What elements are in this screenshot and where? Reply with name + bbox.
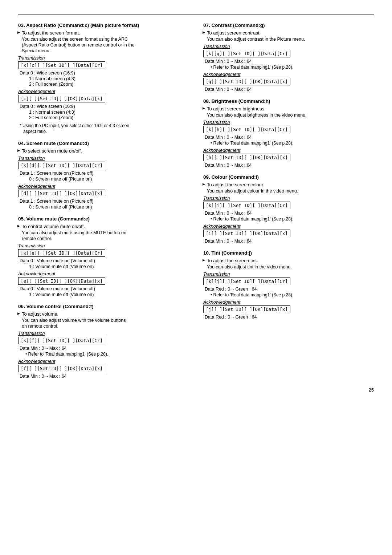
section-10-arrow: To adjust the screen tint. (203, 258, 374, 263)
section-07: 07. Contrast (Command:g) To adjust scree… (203, 23, 374, 92)
section-03-ack-data3: 2 : Full screen (Zoom) (29, 115, 189, 120)
section-08-ack-code: [h][ ][Set ID][ ][OK][Data][x] (203, 154, 290, 161)
section-04-ack-label: Acknowledgement (18, 184, 189, 189)
section-03-arrow: To adjust the screen format. (18, 30, 189, 36)
section-10-transmission-label: Transmission (203, 272, 374, 277)
two-column-layout: 03. Aspect Ratio (Command:c) (Main pictu… (18, 23, 374, 385)
section-06: 06. Volume control (Command:f) To adjust… (18, 304, 189, 379)
section-03-sub3: Special menu. (18, 48, 189, 53)
section-07-transmission-code: [k][g][ ][Set ID][ ][Data][Cr] (203, 50, 290, 57)
section-03-note2: aspect ratio. (23, 129, 189, 134)
section-04-data2: 0 : Screen mute off (Picture on) (29, 177, 189, 182)
section-08-transmission-code: [k][h][ ][Set ID][ ][Data][Cr] (203, 126, 290, 133)
page: 03. Aspect Ratio (Command:c) (Main pictu… (18, 15, 374, 385)
section-09-title: 09. Colour (Command:i) (203, 174, 374, 180)
section-06-sub2: on remote control. (18, 324, 189, 329)
section-10-data-note: • Refer to 'Real data mapping1' (See p.2… (211, 292, 374, 297)
section-05-transmission-code: [k][e][ ][Set ID][ ][Data][Cr] (18, 249, 105, 257)
section-08-ack-label: Acknowledgement (203, 148, 374, 153)
section-07-title: 07. Contrast (Command:g) (203, 23, 374, 28)
section-10-ack-data1: Data Red : 0 ~ Green : 64 (205, 315, 374, 320)
section-06-data-note: • Refer to 'Real data mapping1' (See p.2… (25, 352, 189, 357)
section-07-ack-data1: Data Min : 0 ~ Max : 64 (205, 87, 374, 92)
section-10-ack-code: [j][ ][Set ID][ ][OK][Data][x] (203, 305, 290, 313)
section-08-ack-data1: Data Min : 0 ~ Max : 64 (205, 163, 374, 168)
section-05-sub1: You can also adjust mute using the MUTE … (18, 230, 189, 235)
section-03-title: 03. Aspect Ratio (Command:c) (Main pictu… (18, 23, 189, 28)
section-03-ack-label: Acknowledgement (18, 89, 189, 94)
section-10-ack-label: Acknowledgement (203, 300, 374, 305)
section-09-ack-label: Acknowledgement (203, 224, 374, 229)
section-05-ack-data2: 1 : Volume mute off (Volume on) (29, 292, 189, 297)
section-04: 04. Screen mute (Command:d) To select sc… (18, 141, 189, 210)
section-06-arrow: To adjust volume. (18, 311, 189, 317)
section-04-ack-data1: Data 1 : Screen mute on (Picture off) (20, 199, 189, 204)
section-05-ack-data1: Data 0 : Volume mute on (Volume off) (20, 286, 189, 291)
section-05-title: 05. Volume mute (Command:e) (18, 216, 189, 222)
section-10-data1: Data Red : 0 ~ Green : 64 (205, 287, 374, 292)
section-05-transmission-label: Transmission (18, 243, 189, 248)
section-08-arrow: To adjust screen brightness. (203, 106, 374, 112)
section-09-ack-code: [i][ ][Set ID][ ][OK][Data][x] (203, 230, 290, 237)
section-08-data1: Data Min : 0 ~ Max : 64 (205, 135, 374, 140)
section-10-title: 10. Tint (Command:j) (203, 250, 374, 256)
section-05-ack-label: Acknowledgement (18, 271, 189, 276)
section-06-ack-data1: Data Min : 0 ~ Max : 64 (20, 374, 189, 379)
section-10: 10. Tint (Command:j) To adjust the scree… (203, 250, 374, 320)
section-03-data3: 2 : Full screen (Zoom) (29, 82, 189, 87)
section-03-sub1: You can also adjust the screen format us… (18, 37, 189, 42)
section-07-data1: Data Min : 0 ~ Max : 64 (205, 59, 374, 64)
section-09-data-note: • Refer to 'Real data mapping1' (See p.2… (211, 216, 374, 222)
section-09-arrow: To adjust the screen colour. (203, 182, 374, 187)
section-03-note: * Using the PC input, you select either … (20, 123, 189, 128)
section-06-ack-code: [f][ ][Set ID][ ][OK][Data][x] (18, 365, 105, 372)
section-04-transmission-label: Transmission (18, 156, 189, 161)
section-06-title: 06. Volume control (Command:f) (18, 304, 189, 309)
section-06-transmission-label: Transmission (18, 331, 189, 336)
section-08-data-note: • Refer to 'Real data mapping1' (See p.2… (211, 141, 374, 146)
left-column: 03. Aspect Ratio (Command:c) (Main pictu… (18, 23, 189, 385)
section-04-arrow: To select screen mute on/off. (18, 148, 189, 154)
section-07-arrow: To adjust screen contrast. (203, 30, 374, 36)
section-03: 03. Aspect Ratio (Command:c) (Main pictu… (18, 23, 189, 134)
right-column: 07. Contrast (Command:g) To adjust scree… (203, 23, 374, 385)
top-border (18, 15, 374, 15)
section-09-transmission-code: [k][i][ ][Set ID][ ][Data][Cr] (203, 202, 290, 209)
section-03-transmission-label: Transmission (18, 56, 189, 61)
section-05-ack-code: [e][ ][Set ID][ ][OK][Data][x] (18, 277, 105, 285)
section-08-transmission-label: Transmission (203, 120, 374, 125)
section-08-sub1: You can also adjust brightness in the vi… (203, 113, 374, 118)
section-05-data2: 1 : Volume mute off (Volume on) (29, 264, 189, 269)
section-04-data1: Data 1 : Screen mute on (Picture off) (20, 171, 189, 176)
section-03-data2: 1 : Normal screen (4:3) (29, 76, 189, 81)
section-10-transmission-code: [k][j][ ][Set ID][ ][Data][Cr] (203, 278, 290, 285)
section-07-ack-code: [g][ ][Set ID][ ][OK][Data][x] (203, 78, 290, 85)
section-03-transmission-code: [k][c][ ][Set ID][ ][Data][Cr] (18, 61, 105, 69)
section-09-transmission-label: Transmission (203, 196, 374, 201)
section-07-sub1: You can also adjust contrast in the Pict… (203, 37, 374, 42)
section-03-ack-data1: Data 0 : Wide screen (16:9) (20, 104, 189, 109)
section-04-ack-code: [d][ ][Set ID][ ][OK][Data][x] (18, 190, 105, 197)
section-07-data-note: • Refer to 'Real data mapping1' (See p.2… (211, 65, 374, 70)
section-09-ack-data1: Data Min : 0 ~ Max : 64 (205, 239, 374, 244)
section-03-sub2: (Aspect Ratio Control) button on remote … (18, 42, 189, 48)
section-09-sub1: You can also adjust colour in the video … (203, 189, 374, 194)
section-05-arrow: To control volume mute on/off. (18, 224, 189, 229)
section-04-title: 04. Screen mute (Command:d) (18, 141, 189, 146)
section-05: 05. Volume mute (Command:e) To control v… (18, 216, 189, 297)
section-04-ack-data2: 0 : Screen mute off (Picture on) (29, 204, 189, 210)
section-08: 08. Brightness (Command:h) To adjust scr… (203, 98, 374, 168)
section-03-data1: Data 0 : Wide screen (16:9) (20, 70, 189, 76)
section-05-data1: Data 0 : Volume mute on (Volume off) (20, 258, 189, 263)
section-09: 09. Colour (Command:i) To adjust the scr… (203, 174, 374, 244)
section-10-sub1: You can also adjust tint in the video me… (203, 264, 374, 270)
section-06-ack-label: Acknowledgement (18, 359, 189, 364)
section-06-sub1: You can also adjust volume with the volu… (18, 318, 189, 323)
section-04-transmission-code: [k][d][ ][Set ID][ ][Data][Cr] (18, 162, 105, 169)
page-number: 25 (369, 387, 374, 393)
section-03-ack-data2: 1 : Normal screen (4:3) (29, 110, 189, 115)
section-06-transmission-code: [k][f][ ][Set ID][ ][Data][Cr] (18, 337, 105, 344)
section-09-data1: Data Min : 0 ~ Max : 64 (205, 211, 374, 216)
section-03-ack-code: [c][ ][Set ID][ ][OK][Data][x] (18, 95, 105, 102)
section-08-title: 08. Brightness (Command:h) (203, 98, 374, 104)
